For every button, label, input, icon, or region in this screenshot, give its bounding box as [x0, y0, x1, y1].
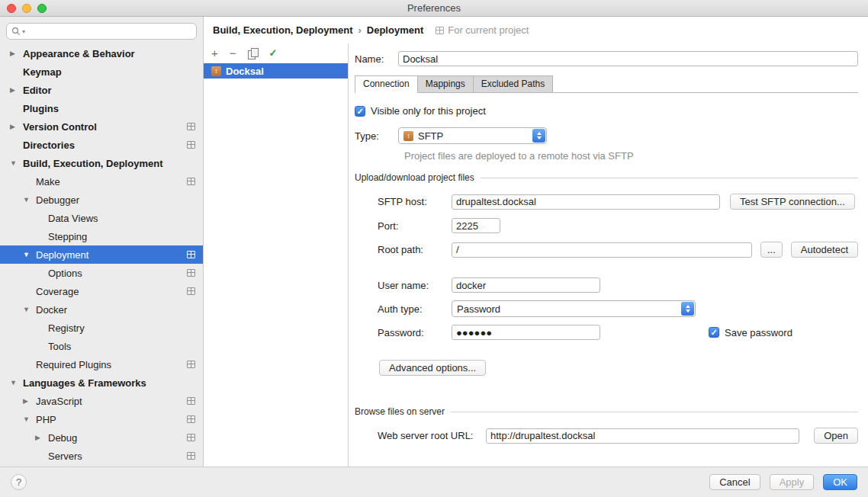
breadcrumb-item-deployment[interactable]: Deployment	[367, 24, 423, 36]
shared-settings-icon	[187, 123, 195, 130]
search-input[interactable]	[27, 26, 191, 37]
autodetect-button[interactable]: Autodetect	[791, 242, 858, 258]
minimize-window-button[interactable]	[22, 4, 31, 13]
auth-type-select[interactable]: Password	[452, 300, 696, 317]
chevron-right-icon[interactable]: ▶	[10, 81, 23, 99]
shared-settings-icon	[187, 269, 195, 277]
chevron-down-icon[interactable]: ▼	[10, 374, 23, 392]
cancel-button[interactable]: Cancel	[709, 474, 760, 490]
shared-settings-icon	[187, 361, 195, 368]
type-help-text: Project files are deployed to a remote h…	[404, 150, 858, 162]
sidebar-item-debug[interactable]: ▶ Debug	[0, 428, 203, 447]
chevron-down-icon[interactable]: ▼	[23, 245, 36, 264]
chevron-right-icon[interactable]: ▶	[10, 44, 23, 63]
chevron-right-icon[interactable]: ▶	[23, 392, 36, 410]
search-options-icon[interactable]: ▾	[22, 28, 25, 35]
name-label: Name:	[355, 53, 398, 65]
sidebar-item-data-views[interactable]: Data Views	[0, 209, 203, 227]
sidebar-item-deployment[interactable]: ▼ Deployment	[0, 245, 203, 264]
sidebar-item-required-plugins[interactable]: Required Plugins	[0, 355, 203, 374]
root-path-label: Root path:	[378, 244, 452, 255]
chevron-down-icon[interactable]: ▼	[10, 154, 23, 172]
sidebar-item-version-control[interactable]: ▶ Version Control	[0, 117, 203, 136]
sftp-server-icon: ↕	[211, 66, 221, 76]
chevron-down-icon[interactable]: ▼	[23, 191, 36, 209]
sidebar-item-docker[interactable]: ▼ Docker	[0, 300, 203, 319]
sidebar-item-make[interactable]: Make	[0, 172, 203, 191]
shared-settings-icon	[187, 178, 195, 185]
window-controls	[7, 4, 47, 13]
close-window-button[interactable]	[7, 4, 16, 13]
server-list-item-docksal[interactable]: ↕ Docksal	[204, 63, 348, 79]
tab-mappings[interactable]: Mappings	[417, 75, 474, 93]
web-root-input[interactable]	[486, 428, 799, 444]
settings-content: Build, Execution, Deployment › Deploymen…	[204, 17, 868, 467]
chevron-right-icon[interactable]: ▶	[35, 428, 48, 447]
settings-search-box[interactable]: ▾	[6, 23, 197, 40]
browse-root-path-button[interactable]: ...	[760, 242, 783, 258]
shared-settings-icon	[187, 141, 195, 149]
visible-only-checkbox[interactable]: ✓ Visible only for this project	[355, 105, 486, 117]
sidebar-item-tools[interactable]: Tools	[0, 337, 203, 355]
shared-settings-icon	[187, 397, 195, 405]
sidebar-item-directories[interactable]: Directories	[0, 136, 203, 154]
search-icon	[11, 27, 21, 36]
sidebar-item-keymap[interactable]: Keymap	[0, 63, 203, 81]
sidebar-item-coverage[interactable]: Coverage	[0, 282, 203, 300]
upload-section-header: Upload/download project files	[355, 172, 858, 183]
sidebar-item-appearance-behavior[interactable]: ▶ Appearance & Behavior	[0, 44, 203, 63]
sidebar-item-debugger[interactable]: ▼ Debugger	[0, 191, 203, 209]
advanced-options-button[interactable]: Advanced options...	[379, 360, 486, 376]
section-divider	[481, 178, 858, 178]
use-as-default-button[interactable]: ✓	[269, 47, 278, 59]
type-select[interactable]: ↕ SFTP	[398, 127, 547, 144]
sidebar-item-build-execution-deployment[interactable]: ▼ Build, Execution, Deployment	[0, 154, 203, 172]
sidebar-item-languages-frameworks[interactable]: ▼ Languages & Frameworks	[0, 374, 203, 392]
zoom-window-button[interactable]	[37, 4, 47, 13]
apply-button[interactable]: Apply	[770, 474, 815, 490]
tab-connection[interactable]: Connection	[355, 75, 418, 93]
shared-settings-icon	[187, 415, 195, 423]
password-label: Password:	[378, 327, 452, 338]
checkbox-checked-icon: ✓	[355, 106, 365, 117]
chevron-down-icon[interactable]: ▼	[23, 300, 36, 319]
copy-server-button[interactable]	[248, 48, 258, 59]
checkbox-checked-icon: ✓	[709, 327, 719, 338]
shared-settings-icon	[187, 452, 195, 460]
for-current-project-icon	[436, 27, 444, 34]
help-button[interactable]: ?	[11, 474, 27, 490]
breadcrumb-item-build-execution-deployment[interactable]: Build, Execution, Deployment	[213, 24, 352, 36]
sidebar-item-servers[interactable]: Servers	[0, 447, 203, 465]
sidebar-item-php[interactable]: ▼ PHP	[0, 410, 203, 428]
sidebar-item-options[interactable]: Options	[0, 264, 203, 282]
sftp-host-input[interactable]	[452, 194, 720, 210]
add-server-button[interactable]: +	[211, 47, 218, 59]
server-list-toolbar: + − ✓	[204, 43, 348, 63]
for-current-project-label: For current project	[436, 24, 529, 36]
port-input[interactable]	[452, 218, 500, 233]
test-sftp-connection-button[interactable]: Test SFTP connection...	[730, 194, 855, 210]
window-title: Preferences	[407, 2, 461, 14]
root-path-input[interactable]	[452, 242, 752, 258]
sidebar-item-registry[interactable]: Registry	[0, 319, 203, 337]
combo-stepper-icon	[681, 302, 694, 316]
user-name-input[interactable]	[452, 277, 600, 293]
server-list-panel: + − ✓ ↕ Docksal	[204, 43, 349, 467]
sidebar-item-javascript[interactable]: ▶ JavaScript	[0, 392, 203, 410]
password-input[interactable]	[452, 325, 600, 340]
open-button[interactable]: Open	[814, 428, 858, 444]
settings-tree: ▶ Appearance & Behavior Keymap ▶ Editor …	[0, 44, 203, 467]
save-password-checkbox[interactable]: ✓ Save password	[709, 327, 792, 338]
web-root-label: Web server root URL:	[378, 430, 486, 441]
sidebar-item-plugins[interactable]: Plugins	[0, 99, 203, 117]
chevron-right-icon[interactable]: ▶	[10, 117, 23, 136]
ok-button[interactable]: OK	[823, 474, 857, 490]
chevron-down-icon[interactable]: ▼	[23, 410, 36, 428]
deployment-form: Name: Connection Mappings Excluded Paths…	[349, 43, 868, 467]
tab-excluded-paths[interactable]: Excluded Paths	[473, 75, 553, 93]
remove-server-button[interactable]: −	[230, 47, 236, 59]
sidebar-item-stepping[interactable]: Stepping	[0, 227, 203, 245]
name-input[interactable]	[398, 51, 858, 66]
user-name-label: User name:	[378, 280, 452, 291]
sidebar-item-editor[interactable]: ▶ Editor	[0, 81, 203, 99]
